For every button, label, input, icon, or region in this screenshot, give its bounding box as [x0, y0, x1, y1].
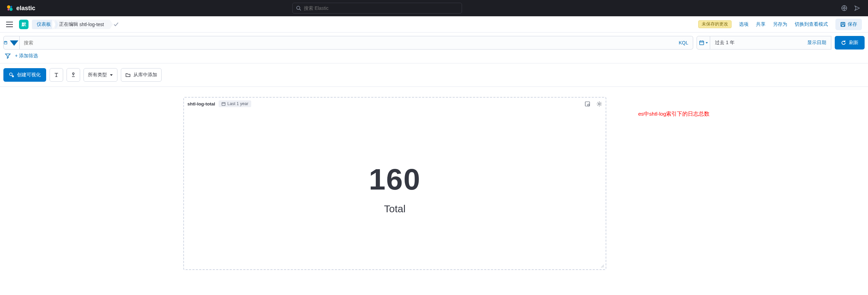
add-filter-link[interactable]: + 添加筛选	[15, 53, 38, 59]
svg-point-1	[10, 8, 13, 11]
resize-handle-icon[interactable]	[600, 264, 604, 268]
share-link[interactable]: 共享	[756, 21, 765, 27]
panel-header: shtl-log-total Last 1 year	[184, 98, 606, 110]
filter-bar: + 添加筛选	[0, 53, 868, 63]
panel-time-badge[interactable]: Last 1 year	[219, 100, 251, 107]
space-selector[interactable]: 默	[19, 20, 29, 29]
global-header: elastic	[0, 0, 868, 16]
save-icon	[840, 22, 846, 27]
svg-rect-33	[585, 102, 590, 106]
check-icon	[113, 22, 119, 27]
folder-icon	[125, 72, 131, 78]
save-as-link[interactable]: 另存为	[773, 21, 787, 27]
brand-logo[interactable]: elastic	[6, 4, 35, 12]
svg-marker-22	[706, 42, 708, 43]
query-bar: KQL 过去 1 年 显示日期 刷新	[0, 33, 868, 53]
svg-point-34	[588, 104, 589, 106]
all-types-dropdown[interactable]: 所有类型	[84, 68, 117, 82]
svg-marker-17	[10, 41, 18, 46]
add-control-button[interactable]	[67, 68, 80, 82]
metric-label: Total	[384, 203, 405, 215]
saved-query-button[interactable]	[3, 36, 20, 50]
text-icon	[53, 72, 59, 78]
query-input[interactable]	[20, 36, 674, 50]
refresh-icon	[841, 40, 846, 45]
chevron-down-icon	[9, 37, 19, 48]
svg-line-36	[601, 265, 604, 268]
svg-point-7	[844, 7, 845, 9]
refresh-button[interactable]: 刷新	[835, 36, 865, 50]
controls-icon	[70, 72, 76, 78]
add-text-button[interactable]	[50, 68, 63, 82]
svg-point-0	[7, 5, 11, 9]
lens-icon	[9, 72, 14, 78]
external-annotation: es中shtl-log索引下的日志总数	[638, 111, 709, 118]
options-link[interactable]: 选项	[739, 21, 749, 27]
sub-header: 默 仪表板 正在编辑 shtl-log-test 未保存的更改 选项 共享 另存…	[0, 16, 868, 33]
kql-toggle[interactable]: KQL	[674, 36, 693, 50]
breadcrumb: 仪表板 正在编辑 shtl-log-test	[32, 20, 107, 29]
global-search-input[interactable]	[304, 5, 458, 11]
elastic-logo-icon	[6, 4, 14, 12]
dashboard-toolbar: 创建可视化 所有类型 从库中添加	[0, 63, 868, 87]
svg-point-3	[7, 8, 10, 11]
date-quick-select[interactable]	[697, 36, 710, 50]
svg-point-29	[73, 73, 74, 75]
disk-icon	[4, 40, 7, 45]
svg-rect-16	[5, 41, 6, 42]
chevron-down-icon	[110, 73, 113, 77]
unsaved-changes-badge: 未保存的更改	[698, 20, 732, 28]
filter-panel-icon[interactable]	[585, 101, 590, 107]
add-from-library-button[interactable]: 从库中添加	[121, 68, 162, 82]
help-icon[interactable]	[841, 5, 848, 12]
svg-point-35	[598, 103, 600, 104]
chevron-down-icon	[705, 41, 708, 44]
calendar-icon	[699, 40, 704, 45]
svg-marker-30	[110, 74, 113, 76]
svg-rect-13	[842, 22, 844, 24]
nav-toggle-icon[interactable]	[6, 22, 13, 27]
svg-rect-31	[222, 102, 225, 105]
svg-point-23	[10, 73, 12, 76]
newsfeed-icon[interactable]	[854, 5, 861, 12]
visualization-panel[interactable]: shtl-log-total Last 1 year 160 Total	[183, 97, 606, 270]
switch-view-link[interactable]: 切换到查看模式	[795, 21, 828, 27]
metric-value: 160	[369, 164, 421, 194]
svg-rect-15	[4, 41, 7, 44]
global-search[interactable]	[292, 3, 462, 14]
save-button[interactable]: 保存	[835, 19, 862, 30]
svg-line-5	[299, 9, 301, 11]
filter-icon[interactable]	[5, 53, 11, 59]
panel-body: 160 Total	[184, 110, 606, 269]
calendar-icon	[221, 102, 226, 106]
svg-rect-14	[842, 25, 844, 26]
panel-title: shtl-log-total	[187, 101, 215, 106]
show-dates-link[interactable]: 显示日期	[802, 40, 831, 46]
breadcrumb-current: 正在编辑 shtl-log-test	[52, 20, 110, 29]
svg-point-2	[10, 6, 12, 8]
date-range-label: 过去 1 年	[710, 40, 802, 46]
dashboard-canvas[interactable]: shtl-log-total Last 1 year 160 Total es中…	[0, 87, 868, 94]
svg-point-4	[296, 6, 300, 9]
svg-rect-18	[700, 41, 704, 45]
gear-icon[interactable]	[596, 101, 602, 107]
brand-name: elastic	[16, 5, 35, 12]
date-range-picker[interactable]: 过去 1 年 显示日期	[710, 36, 831, 50]
create-visualization-button[interactable]: 创建可视化	[3, 68, 46, 82]
search-icon	[296, 5, 301, 11]
svg-line-37	[603, 266, 604, 268]
